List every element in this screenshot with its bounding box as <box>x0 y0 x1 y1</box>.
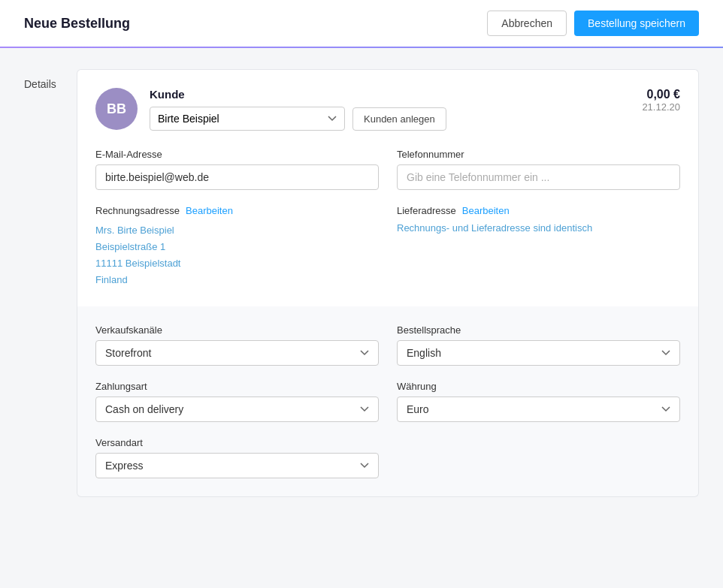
avatar: BB <box>95 88 138 130</box>
billing-line-1: Mrs. Birte Beispiel <box>95 222 379 239</box>
sales-channel-label: Verkaufskanäle <box>95 324 379 336</box>
customer-amount: 0,00 € 21.12.20 <box>642 88 680 113</box>
main-panel: BB Kunde Birte Beispiel Kunden anlegen 0… <box>77 69 699 497</box>
fields-row: E-Mail-Adresse Telefonnummer <box>95 149 680 190</box>
customer-select-row: Birte Beispiel Kunden anlegen <box>150 107 446 131</box>
customer-card: BB Kunde Birte Beispiel Kunden anlegen 0… <box>77 69 699 306</box>
phone-input[interactable] <box>397 164 680 190</box>
save-button[interactable]: Bestellung speichern <box>574 11 699 36</box>
customer-select[interactable]: Birte Beispiel <box>150 107 345 131</box>
sales-channel-select[interactable]: Storefront <box>95 340 379 366</box>
customer-info: Kunde Birte Beispiel Kunden anlegen <box>150 88 446 131</box>
sales-channel-group: Verkaufskanäle Storefront <box>95 324 379 366</box>
shipping-address-edit-link[interactable]: Bearbeiten <box>462 205 510 216</box>
currency-label: Währung <box>397 381 680 392</box>
bottom-grid: Verkaufskanäle Storefront Bestellsprache… <box>95 324 680 478</box>
amount-value: 0,00 € <box>642 88 680 101</box>
billing-line-3: 11111 Beispielstadt <box>95 255 379 272</box>
top-buttons: Abbrechen Bestellung speichern <box>487 11 699 36</box>
order-language-label: Bestellsprache <box>397 324 680 336</box>
phone-field-group: Telefonnummer <box>397 149 680 190</box>
phone-label: Telefonnummer <box>397 149 680 160</box>
amount-date: 21.12.20 <box>642 101 680 113</box>
currency-group: Währung Euro <box>397 381 680 422</box>
billing-address-title: Rechnungsadresse <box>95 205 180 216</box>
payment-select[interactable]: Cash on delivery <box>95 397 379 422</box>
create-customer-button[interactable]: Kunden anlegen <box>352 107 446 131</box>
payment-group: Zahlungsart Cash on delivery <box>95 381 379 422</box>
shipping-group: Versandart Express <box>95 437 379 478</box>
same-address-text: Rechnungs- und Lieferadresse sind identi… <box>397 222 680 234</box>
shipping-address-header: Lieferadresse Bearbeiten <box>397 205 680 216</box>
billing-line-4: Finland <box>95 272 379 288</box>
shipping-label: Versandart <box>95 437 379 448</box>
order-language-select[interactable]: English <box>397 340 680 366</box>
section-label: Details <box>24 69 77 497</box>
billing-line-2: Beispielstraße 1 <box>95 239 379 255</box>
cancel-button[interactable]: Abbrechen <box>487 11 567 36</box>
email-input[interactable] <box>95 164 379 190</box>
settings-card: Verkaufskanäle Storefront Bestellsprache… <box>77 306 699 497</box>
email-field-group: E-Mail-Adresse <box>95 149 379 190</box>
shipping-address-title: Lieferadresse <box>397 205 456 216</box>
shipping-address-group: Lieferadresse Bearbeiten Rechnungs- und … <box>397 205 680 288</box>
currency-select[interactable]: Euro <box>397 397 680 422</box>
billing-address-text: Mrs. Birte Beispiel Beispielstraße 1 111… <box>95 222 379 288</box>
customer-left: BB Kunde Birte Beispiel Kunden anlegen <box>95 88 446 131</box>
address-row: Rechnungsadresse Bearbeiten Mrs. Birte B… <box>95 205 680 288</box>
page-title: Neue Bestellung <box>24 16 130 32</box>
billing-address-group: Rechnungsadresse Bearbeiten Mrs. Birte B… <box>95 205 379 288</box>
customer-header: BB Kunde Birte Beispiel Kunden anlegen 0… <box>95 88 680 131</box>
payment-label: Zahlungsart <box>95 381 379 392</box>
top-bar: Neue Bestellung Abbrechen Bestellung spe… <box>0 0 723 48</box>
content-area: Details BB Kunde Birte Beispiel Kunden a… <box>0 48 723 518</box>
email-label: E-Mail-Adresse <box>95 149 379 160</box>
customer-section-label: Kunde <box>150 88 446 101</box>
billing-address-header: Rechnungsadresse Bearbeiten <box>95 205 379 216</box>
shipping-select[interactable]: Express <box>95 453 379 478</box>
billing-address-edit-link[interactable]: Bearbeiten <box>186 205 233 216</box>
order-language-group: Bestellsprache English <box>397 324 680 366</box>
